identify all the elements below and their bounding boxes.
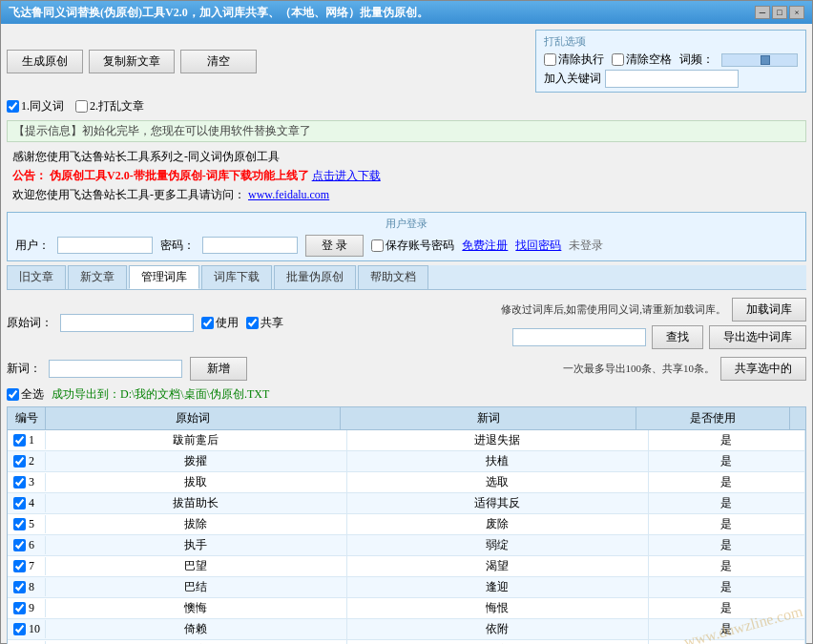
minimize-button[interactable]: ─	[755, 6, 770, 19]
cell-orig: 奥密	[46, 640, 347, 644]
slider-thumb	[761, 55, 770, 65]
maximize-button[interactable]: □	[772, 6, 787, 19]
cell-orig: 倚赖	[46, 619, 347, 639]
load-dict-button[interactable]: 加载词库	[732, 298, 806, 322]
generate-button[interactable]: 生成原创	[7, 50, 83, 73]
orig-word-input[interactable]	[60, 314, 194, 332]
save-pwd-checkbox[interactable]	[371, 239, 384, 252]
row-checkbox[interactable]	[13, 455, 26, 467]
select-all-label[interactable]: 全选	[7, 386, 44, 403]
use-label[interactable]: 使用	[201, 315, 239, 331]
free-register-link[interactable]: 免费注册	[462, 238, 508, 254]
login-row: 用户： 密码： 登 录 保存账号密码 免费注册 找回密码 未登录	[15, 235, 798, 257]
keyword-row: 加入关键词	[544, 70, 798, 88]
row-checkbox[interactable]	[13, 497, 26, 509]
cell-new: 适得其反	[347, 493, 649, 513]
cell-num: 3	[8, 473, 46, 491]
row-checkbox[interactable]	[13, 623, 26, 635]
row-checkbox[interactable]	[13, 434, 26, 447]
notice-link1[interactable]: 点击进入下载	[312, 169, 381, 182]
manage-right-row2: 查找 导出选中词库	[512, 325, 806, 349]
copy-button[interactable]: 复制新文章	[89, 50, 175, 73]
share-checkbox[interactable]	[246, 317, 259, 329]
clear-button[interactable]: 清空	[180, 50, 257, 73]
row-checkbox[interactable]	[13, 602, 26, 614]
tab-批量伪原创[interactable]: 批量伪原创	[274, 265, 356, 289]
user-input[interactable]	[57, 237, 153, 254]
remove-sentence-label[interactable]: 清除执行	[544, 52, 604, 68]
table-row: 7巴望渴望是	[8, 556, 805, 577]
keyword-input[interactable]	[605, 70, 739, 88]
cell-orig: 拔取	[46, 472, 347, 492]
close-button[interactable]: ×	[789, 6, 804, 19]
chaos-checkbox[interactable]	[75, 100, 88, 113]
scroll-spacer	[790, 407, 805, 429]
tab-词库下载[interactable]: 词库下载	[201, 265, 272, 289]
tab-帮助文档[interactable]: 帮助文档	[358, 265, 428, 289]
row-checkbox[interactable]	[13, 560, 26, 572]
find-password-link[interactable]: 找回密码	[515, 238, 561, 254]
select-all-checkbox[interactable]	[7, 388, 19, 401]
notice-link2[interactable]: www.feidalu.com	[248, 188, 329, 201]
cell-orig: 巴望	[46, 556, 347, 576]
new-word-label: 新词：	[7, 361, 41, 377]
main-content: 生成原创 复制新文章 清空 打乱选项 清除执行 清除空格 词频：	[1, 24, 812, 644]
cell-use: 是	[649, 640, 805, 644]
tab-新文章[interactable]: 新文章	[68, 265, 127, 289]
synonym-checkbox[interactable]	[7, 100, 19, 113]
keyword-label: 加入关键词	[544, 71, 601, 87]
row-checkbox[interactable]	[13, 476, 26, 488]
new-word-input[interactable]	[49, 360, 182, 378]
cell-num: 6	[8, 536, 46, 554]
login-section: 用户登录 用户： 密码： 登 录 保存账号密码 免费注册 找回密码 未登录	[7, 212, 806, 261]
window-controls: ─ □ ×	[755, 6, 804, 19]
login-title: 用户登录	[15, 217, 798, 231]
cell-orig: 懊悔	[46, 598, 347, 618]
add-button[interactable]: 新增	[190, 357, 247, 381]
row-checkbox[interactable]	[13, 581, 26, 593]
top-row: 生成原创 复制新文章 清空 打乱选项 清除执行 清除空格 词频：	[7, 30, 806, 93]
row-checkbox[interactable]	[13, 518, 26, 530]
user-label: 用户：	[15, 238, 50, 254]
remove-sentence-checkbox[interactable]	[544, 53, 556, 66]
share-selected-button[interactable]: 共享选中的	[720, 357, 806, 381]
remove-space-label[interactable]: 清除空格	[612, 52, 672, 68]
use-checkbox[interactable]	[201, 317, 214, 329]
chaos-options-title: 打乱选项	[544, 34, 798, 49]
table-body: 1跋前疐后进退失据是2拨擢扶植是3拔取选取是4拔苗助长适得其反是5拔除废除是6执…	[8, 430, 805, 644]
remove-space-checkbox[interactable]	[612, 53, 624, 66]
notice-red: 伪原创工具V2.0-带批量伪原创-词库下载功能上线了	[50, 169, 309, 182]
table-row: 10倚赖依附是	[8, 619, 805, 640]
tab-旧文章[interactable]: 旧文章	[7, 265, 66, 289]
save-pwd-label[interactable]: 保存账号密码	[371, 238, 454, 254]
info-text: 【提示信息】初始化完毕，您现在可以使用软件替换文章了	[13, 124, 311, 137]
synonym-checkbox-label[interactable]: 1.同义词	[7, 98, 64, 114]
table-row: 8巴结逢迎是	[8, 577, 805, 598]
manage-right-row1: 修改过词库后,如需使用同义词,请重新加载词库。 加载词库	[501, 298, 807, 322]
export-selected-button[interactable]: 导出选中词库	[709, 325, 806, 349]
export-note: 一次最多导出100条、共享10条。	[563, 362, 716, 376]
search-input[interactable]	[512, 328, 646, 346]
search-button[interactable]: 查找	[652, 325, 703, 349]
row-checkbox[interactable]	[13, 539, 26, 551]
notice-line1: 感谢您使用飞达鲁站长工具系列之-同义词伪原创工具	[12, 148, 801, 166]
freq-slider[interactable]	[721, 53, 798, 67]
cell-num: 5	[8, 515, 46, 533]
table-row: 6执手弱绽是	[8, 535, 805, 556]
chaos-checkbox-label[interactable]: 2.打乱文章	[75, 98, 144, 114]
cell-use: 是	[649, 451, 805, 471]
cell-use: 是	[649, 598, 805, 618]
table-row: 2拨擢扶植是	[8, 451, 805, 472]
window-title: 飞达鲁同义词替换(伪原创)工具V2.0，加入词库共享、（本地、网络）批量伪原创。	[9, 5, 428, 21]
login-button[interactable]: 登 录	[305, 235, 364, 257]
cell-new: 进退失据	[347, 430, 649, 450]
table-row: 3拔取选取是	[8, 472, 805, 493]
pwd-input[interactable]	[202, 237, 298, 254]
manage-right: 修改过词库后,如需使用同义词,请重新加载词库。 加载词库 查找 导出选中词库	[501, 298, 807, 349]
share-label[interactable]: 共享	[246, 315, 283, 331]
cell-new: 逢迎	[347, 577, 649, 597]
cell-use: 是	[649, 556, 805, 576]
cell-num: 11	[8, 641, 46, 644]
tab-管理词库[interactable]: 管理词库	[129, 265, 199, 289]
cell-new: 悔恨	[347, 598, 649, 618]
